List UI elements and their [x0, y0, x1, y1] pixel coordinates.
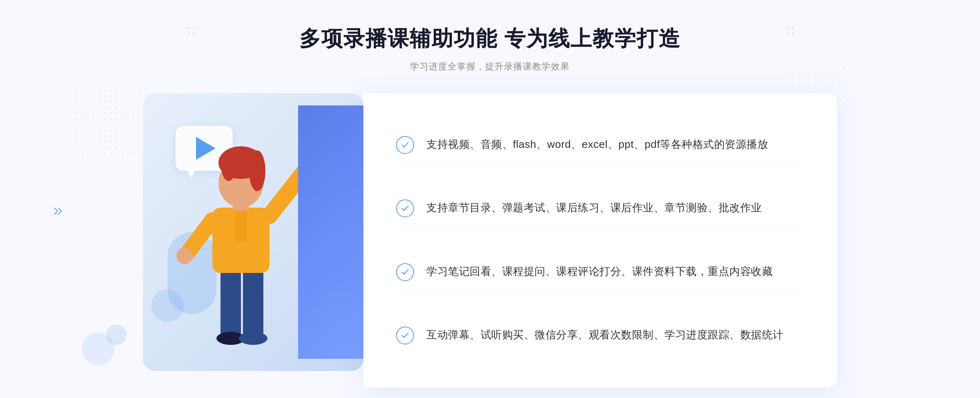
check-icon-1 [396, 136, 414, 154]
content-area: 支持视频、音频、flash、word、excel、ppt、pdf等各种格式的资源… [143, 93, 837, 387]
feature-text-4: 互动弹幕、试听购买、微信分享、观看次数限制、学习进度跟踪、数据统计 [426, 326, 784, 344]
feature-item-4: 互动弹幕、试听购买、微信分享、观看次数限制、学习进度跟踪、数据统计 [396, 318, 804, 353]
chevron-decoration-right-top: ∷ [786, 24, 792, 38]
svg-rect-0 [220, 265, 241, 338]
header-section: 多项录播课辅助功能 专为线上教学打造 学习进度全掌握，提升录播课教学效果 [299, 25, 681, 73]
main-title: 多项录播课辅助功能 专为线上教学打造 [299, 25, 681, 53]
illustration-area [143, 93, 380, 387]
check-icon-2 [396, 199, 414, 217]
features-panel: 支持视频、音频、flash、word、excel、ppt、pdf等各种格式的资源… [363, 93, 837, 387]
feature-item-2: 支持章节目录、弹题考试、课后练习、课后作业、章节测验、批改作业 [396, 191, 804, 226]
svg-point-9 [221, 152, 236, 181]
person-illustration [163, 126, 318, 371]
svg-point-13 [176, 248, 193, 264]
feature-item-1: 支持视频、音频、flash、word、excel、ppt、pdf等各种格式的资源… [396, 128, 804, 163]
check-icon-3 [396, 263, 414, 281]
check-icon-4 [396, 326, 414, 344]
page-container: ∷ ∷ » 多项录播课辅助功能 专为线上教学打造 学习进度全掌握，提升录播课教学… [0, 0, 980, 398]
svg-line-12 [188, 220, 212, 253]
svg-rect-1 [243, 265, 263, 338]
svg-point-8 [249, 150, 265, 191]
feature-text-1: 支持视频、音频、flash、word、excel、ppt、pdf等各种格式的资源… [426, 136, 768, 153]
feature-text-3: 学习笔记回看、课程提问、课程评论打分、课件资料下载，重点内容收藏 [426, 263, 773, 280]
feature-item-3: 学习笔记回看、课程提问、课程评论打分、课件资料下载，重点内容收藏 [396, 255, 804, 290]
feature-text-2: 支持章节目录、弹题考试、课后练习、课后作业、章节测验、批改作业 [426, 199, 762, 217]
sub-title: 学习进度全掌握，提升录播课教学效果 [299, 60, 681, 73]
dots-decoration-left [74, 82, 147, 155]
svg-rect-14 [235, 210, 247, 242]
chevron-decoration-left: » [53, 200, 62, 220]
outer-circle-2 [106, 324, 127, 345]
chevron-decoration-left-top: ∷ [188, 24, 194, 38]
svg-point-3 [239, 332, 267, 345]
